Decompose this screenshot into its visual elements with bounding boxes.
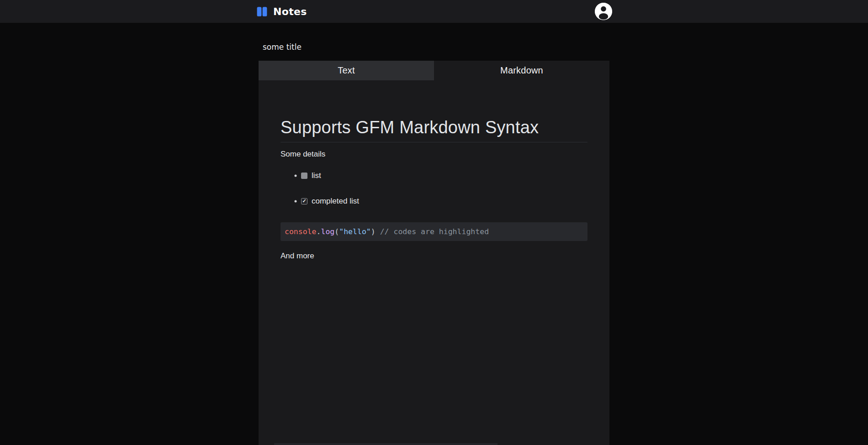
app-header: Notes	[0, 0, 868, 23]
tab-markdown[interactable]: Markdown	[434, 61, 609, 80]
task-list-item-label: list	[312, 171, 321, 180]
note-title-input[interactable]	[259, 39, 609, 55]
scrolled-element-edge	[274, 443, 498, 445]
preview-paragraph: Some details	[281, 149, 587, 159]
user-avatar-icon	[595, 3, 612, 20]
open-book-icon	[256, 5, 268, 18]
code-token: // codes are highlighted	[380, 227, 489, 236]
code-token: console	[285, 227, 317, 236]
preview-heading: Supports GFM Markdown Syntax	[281, 118, 587, 142]
tab-bar: Text Markdown	[259, 61, 609, 80]
code-token: (	[334, 227, 339, 236]
code-line: console.log("hello") // codes are highli…	[285, 227, 489, 236]
code-block: console.log("hello") // codes are highli…	[281, 222, 587, 241]
header-inner: Notes	[256, 0, 612, 23]
main: Text Markdown Supports GFM Markdown Synt…	[0, 39, 868, 445]
task-list-item: ✓completed list	[301, 197, 587, 206]
code-token: "hello"	[339, 227, 371, 236]
note-container: Text Markdown Supports GFM Markdown Synt…	[259, 39, 609, 445]
code-token: )	[371, 227, 376, 236]
checkbox-unchecked-icon	[301, 173, 307, 179]
code-token: .	[317, 227, 321, 236]
app-title: Notes	[273, 6, 307, 17]
task-list: list✓completed list	[281, 171, 587, 206]
task-list-item: list	[301, 171, 587, 180]
tab-text[interactable]: Text	[259, 61, 434, 80]
code-token	[376, 227, 380, 236]
code-token: log	[321, 227, 334, 236]
preview-closing-paragraph: And more	[281, 251, 587, 261]
task-list-item-label: completed list	[312, 197, 359, 206]
user-avatar-button[interactable]	[595, 3, 612, 20]
markdown-preview-panel: Supports GFM Markdown Syntax Some detail…	[259, 80, 609, 445]
checkbox-checked-icon: ✓	[301, 198, 307, 204]
brand: Notes	[256, 5, 307, 18]
